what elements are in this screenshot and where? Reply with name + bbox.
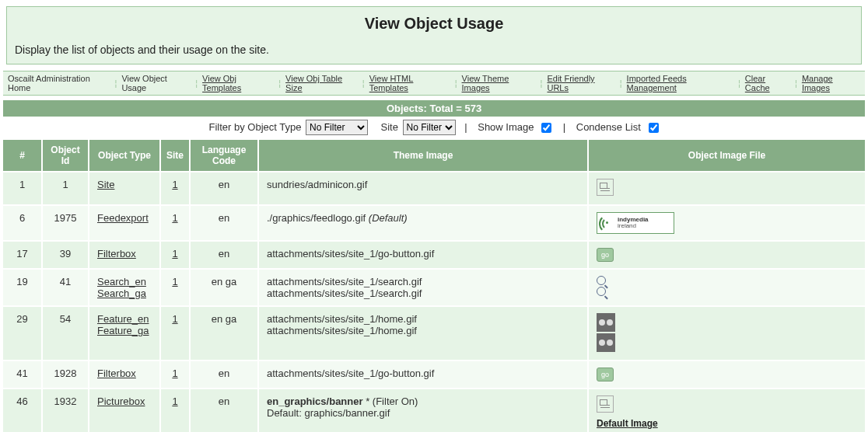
separator: | — [464, 121, 467, 133]
object-type-link[interactable]: Search_ga — [97, 287, 146, 299]
language-code: en ga — [190, 306, 258, 361]
table-row: 411928Filterbox1enattachments/sites/site… — [3, 361, 865, 388]
admin-nav-bar: Oscailt Administration Home¦View Object … — [3, 71, 865, 96]
nav-separator: ¦ — [795, 78, 797, 88]
column-header: # — [3, 140, 42, 172]
page-title: View Object Usage — [15, 15, 853, 33]
object-id: 54 — [42, 306, 89, 361]
theme-image-cell: en_graphics/banner * (Filter On)Default:… — [258, 388, 588, 432]
theme-image-cell: attachments/sites/site_1/go-button.gif — [258, 241, 588, 269]
filter-object-type-label: Filter by Object Type — [208, 121, 301, 133]
object-id: 1932 — [42, 388, 89, 432]
nav-link[interactable]: View Theme Images — [462, 74, 536, 92]
language-code: en — [190, 241, 258, 269]
row-number: 46 — [3, 388, 42, 432]
filter-object-type-select[interactable]: No Filter — [306, 120, 368, 135]
theme-image-cell: attachments/sites/site_1/home.gifattachm… — [258, 306, 588, 361]
object-id: 1 — [42, 172, 89, 205]
theme-image-cell: sundries/adminicon.gif — [258, 172, 588, 205]
filter-bar: Filter by Object Type No Filter Site No … — [3, 117, 865, 140]
object-id: 39 — [42, 241, 89, 269]
nav-separator: ¦ — [115, 78, 117, 88]
go-button-icon: go — [597, 248, 614, 262]
row-number: 6 — [3, 205, 42, 241]
table-row: 461932Picturebox1enen_graphics/banner * … — [3, 388, 865, 432]
object-id: 1928 — [42, 361, 89, 388]
nav-separator: ¦ — [362, 78, 365, 88]
show-image-checkbox[interactable] — [541, 123, 551, 133]
site-link[interactable]: 1 — [172, 368, 177, 379]
row-number: 1 — [3, 172, 42, 205]
search-icon — [597, 287, 606, 296]
indymedia-logo: indymediaireland — [597, 212, 674, 234]
column-header: Object Image File — [588, 140, 865, 172]
site-link[interactable]: 1 — [172, 179, 177, 190]
home-icon — [597, 313, 615, 332]
nav-link[interactable]: Clear Cache — [745, 74, 790, 92]
site-link[interactable]: 1 — [172, 276, 177, 287]
nav-link[interactable]: Manage Images — [802, 74, 860, 92]
object-type-link[interactable]: Site — [97, 179, 114, 190]
page-header: View Object Usage Display the list of ob… — [6, 6, 862, 64]
nav-link[interactable]: Edit Friendly URLs — [547, 74, 614, 92]
filter-site-select[interactable]: No Filter — [403, 120, 456, 135]
page-description: Display the list of objects and their us… — [15, 44, 853, 56]
table-row: 1739Filterbox1enattachments/sites/site_1… — [3, 241, 865, 269]
column-header: Object Type — [89, 140, 160, 172]
table-row: 2954Feature_enFeature_ga1en gaattachment… — [3, 306, 865, 361]
language-code: en — [190, 205, 258, 241]
language-code: en — [190, 388, 258, 432]
nav-separator: ¦ — [620, 78, 622, 88]
search-icon — [597, 276, 606, 285]
objects-table: #Object IdObject TypeSiteLanguage CodeTh… — [3, 140, 865, 432]
nav-link[interactable]: View HTML Templates — [369, 74, 450, 92]
filter-site-label: Site — [381, 121, 398, 133]
home-icon — [597, 333, 615, 352]
language-code: en — [190, 172, 258, 205]
separator: | — [563, 121, 565, 133]
site-link[interactable]: 1 — [172, 212, 177, 224]
column-header: Object Id — [42, 140, 89, 172]
nav-separator: ¦ — [738, 78, 740, 88]
object-type-link[interactable]: Feature_ga — [97, 325, 149, 336]
nav-separator: ¦ — [195, 78, 198, 88]
row-number: 41 — [3, 361, 42, 388]
site-link[interactable]: 1 — [172, 313, 177, 325]
column-header: Theme Image — [258, 140, 588, 172]
condense-list-checkbox[interactable] — [649, 123, 659, 133]
nav-link[interactable]: View Object Usage — [121, 74, 191, 92]
nav-separator: ¦ — [278, 78, 281, 88]
object-type-link[interactable]: Search_en — [97, 276, 146, 287]
nav-link[interactable]: View Obj Table Size — [285, 74, 358, 92]
nav-separator: ¦ — [455, 78, 457, 88]
table-row: 61975Feedexport1en./graphics/feedlogo.gi… — [3, 205, 865, 241]
show-image-label: Show Image — [478, 121, 534, 133]
theme-image-cell: attachments/sites/site_1/search.gifattac… — [258, 269, 588, 306]
table-row: 1941Search_enSearch_ga1en gaattachments/… — [3, 269, 865, 306]
row-number: 19 — [3, 269, 42, 306]
site-link[interactable]: 1 — [172, 395, 177, 407]
nav-link[interactable]: View Obj Templates — [202, 74, 274, 92]
nav-link[interactable]: Oscailt Administration Home — [8, 74, 110, 92]
go-button-icon: go — [597, 368, 614, 381]
object-id: 41 — [42, 269, 89, 306]
object-type-link[interactable]: Filterbox — [97, 368, 136, 379]
nav-separator: ¦ — [541, 78, 543, 88]
object-type-link[interactable]: Feature_en — [97, 313, 149, 325]
object-type-link[interactable]: Picturebox — [97, 395, 145, 407]
condense-list-label: Condense List — [576, 121, 641, 133]
table-row: 11Site1ensundries/adminicon.gif — [3, 172, 865, 205]
theme-image-cell: attachments/sites/site_1/go-button.gif — [258, 361, 588, 388]
objects-total-bar: Objects: Total = 573 — [3, 100, 865, 117]
site-link[interactable]: 1 — [172, 248, 177, 260]
admin-icon — [597, 179, 614, 196]
language-code: en — [190, 361, 258, 388]
object-type-link[interactable]: Feedexport — [97, 212, 149, 224]
object-type-link[interactable]: Filterbox — [97, 248, 136, 260]
picture-icon — [597, 395, 614, 413]
nav-link[interactable]: Imported Feeds Management — [627, 74, 733, 92]
column-header: Site — [160, 140, 190, 172]
row-number: 29 — [3, 306, 42, 361]
theme-image-cell: ./graphics/feedlogo.gif (Default) — [258, 205, 588, 241]
object-id: 1975 — [42, 205, 89, 241]
